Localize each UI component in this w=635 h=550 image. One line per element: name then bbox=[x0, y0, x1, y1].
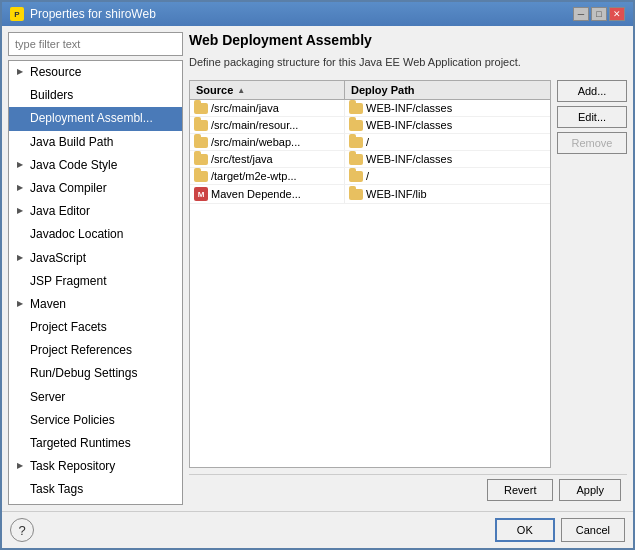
tree-item-label: Targeted Runtimes bbox=[30, 434, 131, 453]
revert-button[interactable]: Revert bbox=[487, 479, 553, 501]
content-area: ▶ResourceBuildersDeployment Assembl...Ja… bbox=[2, 26, 633, 511]
expand-arrow: ▶ bbox=[17, 182, 27, 195]
tree-item-javadoc-location[interactable]: Javadoc Location bbox=[9, 223, 182, 246]
tree-item-targeted-runtimes[interactable]: Targeted Runtimes bbox=[9, 432, 182, 455]
bottom-bar: Revert Apply bbox=[189, 474, 627, 505]
main-window: P Properties for shiroWeb ─ □ ✕ ▶Resourc… bbox=[0, 0, 635, 550]
tree-container: ▶ResourceBuildersDeployment Assembl...Ja… bbox=[8, 60, 183, 505]
dialog-bottom: ? OK Cancel bbox=[2, 511, 633, 548]
action-buttons: Add... Edit... Remove bbox=[557, 80, 627, 468]
right-panel: Web Deployment Assembly Define packaging… bbox=[189, 32, 627, 505]
apply-button[interactable]: Apply bbox=[559, 479, 621, 501]
tree-item-task-tags[interactable]: Task Tags bbox=[9, 478, 182, 501]
table-row[interactable]: /src/main/webap.../ bbox=[190, 134, 550, 151]
deploy-text: WEB-INF/classes bbox=[366, 119, 452, 131]
table-header: Source ▲ Deploy Path bbox=[190, 81, 550, 100]
td-source: /src/main/webap... bbox=[190, 134, 345, 150]
deploy-text: / bbox=[366, 170, 369, 182]
window-icon: P bbox=[10, 7, 24, 21]
title-bar-left: P Properties for shiroWeb bbox=[10, 7, 156, 21]
tree-item-label: Maven bbox=[30, 295, 66, 314]
deploy-text: / bbox=[366, 136, 369, 148]
tree-item-java-build-path[interactable]: Java Build Path bbox=[9, 131, 182, 154]
td-source: /target/m2e-wtp... bbox=[190, 168, 345, 184]
deployment-table: Source ▲ Deploy Path /src/main/javaWEB-I… bbox=[189, 80, 551, 468]
folder-icon bbox=[349, 137, 363, 148]
table-body: /src/main/javaWEB-INF/classes/src/main/r… bbox=[190, 100, 550, 467]
table-row[interactable]: /src/test/javaWEB-INF/classes bbox=[190, 151, 550, 168]
source-text: /src/main/resour... bbox=[211, 119, 298, 131]
ok-cancel-area: OK Cancel bbox=[495, 518, 625, 542]
edit-button[interactable]: Edit... bbox=[557, 106, 627, 128]
td-source: /src/test/java bbox=[190, 151, 345, 167]
title-bar: P Properties for shiroWeb ─ □ ✕ bbox=[2, 2, 633, 26]
maximize-button[interactable]: □ bbox=[591, 7, 607, 21]
tree-item-maven[interactable]: ▶Maven bbox=[9, 293, 182, 316]
table-row[interactable]: /src/main/resour...WEB-INF/classes bbox=[190, 117, 550, 134]
tree-item-label: Validation bbox=[30, 504, 82, 505]
tree-item-label: JSP Fragment bbox=[30, 272, 106, 291]
filter-input[interactable] bbox=[8, 32, 183, 56]
deploy-text: WEB-INF/classes bbox=[366, 153, 452, 165]
tree-item-java-code-style[interactable]: ▶Java Code Style bbox=[9, 154, 182, 177]
left-panel: ▶ResourceBuildersDeployment Assembl...Ja… bbox=[8, 32, 183, 505]
td-deploy: WEB-INF/classes bbox=[345, 117, 550, 133]
table-row[interactable]: /target/m2e-wtp.../ bbox=[190, 168, 550, 185]
deploy-text: WEB-INF/classes bbox=[366, 102, 452, 114]
add-button[interactable]: Add... bbox=[557, 80, 627, 102]
folder-icon bbox=[349, 120, 363, 131]
folder-icon bbox=[194, 120, 208, 131]
tree-item-label: Java Editor bbox=[30, 202, 90, 221]
table-row[interactable]: /src/main/javaWEB-INF/classes bbox=[190, 100, 550, 117]
td-deploy: WEB-INF/lib bbox=[345, 185, 550, 203]
tree-item-run-debug[interactable]: Run/Debug Settings bbox=[9, 362, 182, 385]
close-button[interactable]: ✕ bbox=[609, 7, 625, 21]
tree-item-java-compiler[interactable]: ▶Java Compiler bbox=[9, 177, 182, 200]
expand-arrow: ▶ bbox=[17, 205, 27, 218]
cancel-button[interactable]: Cancel bbox=[561, 518, 625, 542]
ok-button[interactable]: OK bbox=[495, 518, 555, 542]
expand-arrow: ▶ bbox=[17, 159, 27, 172]
col-source: Source ▲ bbox=[190, 81, 345, 99]
tree-item-label: JavaScript bbox=[30, 249, 86, 268]
td-source: MMaven Depende... bbox=[190, 185, 345, 203]
section-desc: Define packaging structure for this Java… bbox=[189, 56, 627, 68]
section-title: Web Deployment Assembly bbox=[189, 32, 627, 48]
source-text: /src/main/webap... bbox=[211, 136, 300, 148]
source-text: /target/m2e-wtp... bbox=[211, 170, 297, 182]
td-deploy: WEB-INF/classes bbox=[345, 100, 550, 116]
tree-item-server[interactable]: Server bbox=[9, 386, 182, 409]
col-deploy: Deploy Path bbox=[345, 81, 550, 99]
tree-item-service-policies[interactable]: Service Policies bbox=[9, 409, 182, 432]
tree-item-label: Project Facets bbox=[30, 318, 107, 337]
minimize-button[interactable]: ─ bbox=[573, 7, 589, 21]
source-text: /src/main/java bbox=[211, 102, 279, 114]
tree-item-java-editor[interactable]: ▶Java Editor bbox=[9, 200, 182, 223]
sort-arrow-source: ▲ bbox=[237, 86, 245, 95]
tree-item-javascript[interactable]: ▶JavaScript bbox=[9, 247, 182, 270]
table-row[interactable]: MMaven Depende...WEB-INF/lib bbox=[190, 185, 550, 204]
tree-item-validation[interactable]: Validation bbox=[9, 502, 182, 505]
tree-item-label: Builders bbox=[30, 86, 73, 105]
folder-icon bbox=[349, 154, 363, 165]
td-deploy: / bbox=[345, 134, 550, 150]
expand-arrow: ▶ bbox=[17, 66, 27, 79]
tree-item-task-repository[interactable]: ▶Task Repository bbox=[9, 455, 182, 478]
td-source: /src/main/resour... bbox=[190, 117, 345, 133]
tree-item-builders[interactable]: Builders bbox=[9, 84, 182, 107]
help-button[interactable]: ? bbox=[10, 518, 34, 542]
tree-item-project-facets[interactable]: Project Facets bbox=[9, 316, 182, 339]
tree-item-project-references[interactable]: Project References bbox=[9, 339, 182, 362]
tree-item-resource[interactable]: ▶Resource bbox=[9, 61, 182, 84]
tree-item-label: Resource bbox=[30, 63, 81, 82]
tree-item-label: Task Tags bbox=[30, 480, 83, 499]
remove-button[interactable]: Remove bbox=[557, 132, 627, 154]
expand-arrow: ▶ bbox=[17, 460, 27, 473]
window-title: Properties for shiroWeb bbox=[30, 7, 156, 21]
tree-item-label: Deployment Assembl... bbox=[30, 109, 153, 128]
tree-item-jsp-fragment[interactable]: JSP Fragment bbox=[9, 270, 182, 293]
tree-item-label: Task Repository bbox=[30, 457, 115, 476]
folder-icon bbox=[349, 103, 363, 114]
tree-item-label: Java Build Path bbox=[30, 133, 113, 152]
tree-item-deployment-assembly[interactable]: Deployment Assembl... bbox=[9, 107, 182, 130]
